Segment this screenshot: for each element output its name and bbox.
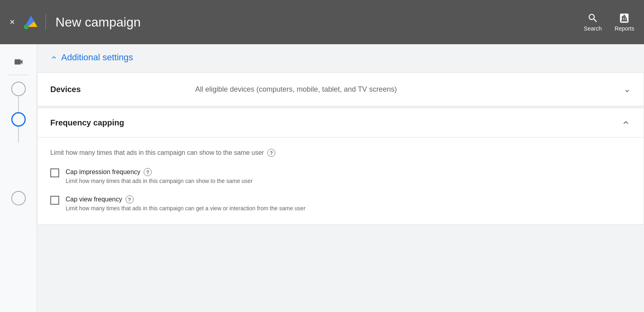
cap-impression-label-text: Cap impression frequency bbox=[66, 168, 140, 176]
frequency-capping-header[interactable]: Frequency capping bbox=[37, 108, 644, 138]
sidebar-divider-1 bbox=[8, 75, 29, 75]
cap-view-label-text: Cap view frequency bbox=[66, 196, 122, 203]
cap-view-content: Cap view frequency ? Limit how many time… bbox=[66, 195, 305, 211]
svg-point-1 bbox=[24, 25, 29, 29]
cap-impression-sublabel: Limit how many times that ads in this ca… bbox=[66, 178, 253, 184]
frequency-capping-card: Frequency capping Limit how many times t… bbox=[37, 108, 644, 225]
cap-impression-content: Cap impression frequency ? Limit how man… bbox=[66, 168, 253, 184]
freq-desc-text: Limit how many times that ads in this ca… bbox=[50, 149, 264, 156]
header-divider bbox=[45, 14, 46, 30]
reports-icon bbox=[619, 12, 630, 24]
additional-settings-bar: Additional settings bbox=[37, 44, 644, 71]
reports-action[interactable]: Reports bbox=[615, 12, 634, 32]
sidebar bbox=[0, 44, 37, 312]
chevron-up-icon bbox=[621, 118, 631, 127]
main-layout: Additional settings Devices All eligible… bbox=[0, 44, 644, 312]
devices-row[interactable]: Devices All eligible devices (computers,… bbox=[37, 73, 644, 106]
cap-view-label: Cap view frequency ? bbox=[66, 195, 305, 203]
cap-impression-checkbox[interactable] bbox=[50, 168, 59, 177]
cap-view-sublabel: Limit how many times that ads in this ca… bbox=[66, 205, 305, 211]
help-icon-view[interactable]: ? bbox=[126, 195, 134, 203]
search-action[interactable]: Search bbox=[584, 12, 602, 32]
cap-view-item: Cap view frequency ? Limit how many time… bbox=[50, 195, 631, 211]
additional-settings-label: Additional settings bbox=[61, 52, 133, 63]
devices-card: Devices All eligible devices (computers,… bbox=[37, 72, 644, 106]
page-title: New campaign bbox=[56, 15, 141, 30]
help-icon-impression[interactable]: ? bbox=[144, 168, 152, 176]
cap-view-checkbox[interactable] bbox=[50, 196, 59, 205]
app-header: × New campaign Search bbox=[0, 0, 644, 44]
sidebar-step-2[interactable] bbox=[11, 112, 26, 127]
video-icon bbox=[13, 57, 24, 67]
sidebar-line-1 bbox=[18, 96, 19, 112]
sidebar-step-1[interactable] bbox=[11, 82, 26, 96]
close-button[interactable]: × bbox=[10, 17, 15, 27]
cap-impression-item: Cap impression frequency ? Limit how man… bbox=[50, 168, 631, 184]
google-ads-logo bbox=[23, 14, 39, 30]
devices-label: Devices bbox=[50, 85, 195, 94]
devices-value: All eligible devices (computers, mobile,… bbox=[195, 85, 623, 94]
reports-label: Reports bbox=[615, 25, 634, 32]
search-icon bbox=[587, 12, 599, 24]
chevron-up-icon bbox=[50, 53, 58, 62]
sidebar-step-3[interactable] bbox=[11, 191, 26, 205]
additional-settings-toggle[interactable]: Additional settings bbox=[50, 52, 133, 63]
cap-impression-label: Cap impression frequency ? bbox=[66, 168, 253, 176]
search-label: Search bbox=[584, 25, 602, 32]
frequency-capping-title: Frequency capping bbox=[50, 118, 124, 127]
header-actions: Search Reports bbox=[584, 12, 634, 32]
frequency-capping-description: Limit how many times that ads in this ca… bbox=[50, 149, 631, 157]
main-content: Additional settings Devices All eligible… bbox=[37, 44, 644, 312]
sidebar-video-icon-btn[interactable] bbox=[7, 51, 30, 73]
frequency-capping-body: Limit how many times that ads in this ca… bbox=[37, 138, 644, 224]
chevron-down-icon: ⌄ bbox=[623, 84, 631, 94]
help-icon-description[interactable]: ? bbox=[267, 149, 275, 157]
sidebar-line-2 bbox=[18, 127, 19, 143]
